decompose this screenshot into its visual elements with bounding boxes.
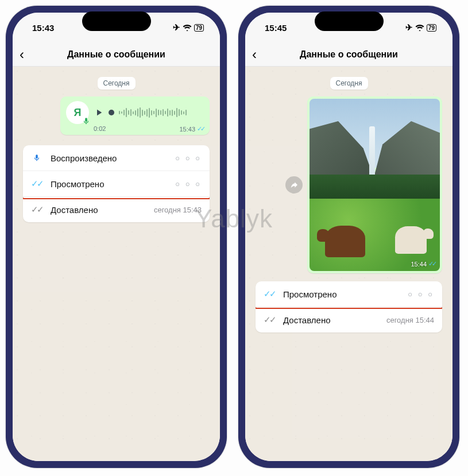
photo-content[interactable]: 15:44 ✓✓ [310, 99, 440, 271]
double-tick-blue-icon: ✓✓ [31, 179, 42, 189]
battery-icon: 79 [427, 24, 436, 32]
info-label: Воспроизведено [51, 153, 175, 163]
battery-icon: 79 [194, 24, 204, 32]
nav-header: ‹ Данные о сообщении [13, 42, 220, 67]
read-ticks-icon: ✓✓ [428, 260, 435, 268]
info-row-read[interactable]: ✓✓ Просмотрено ○ ○ ○ [23, 171, 210, 196]
info-label: Просмотрено [51, 179, 175, 189]
double-tick-blue-icon: ✓✓ [264, 289, 275, 299]
dynamic-island [315, 11, 384, 31]
mic-icon [82, 117, 90, 125]
info-label: Просмотрено [283, 289, 408, 299]
loading-dots-icon: ○ ○ ○ [408, 290, 434, 299]
back-button[interactable]: ‹ [252, 48, 257, 61]
delivered-time: сегодня 15:43 [154, 206, 202, 214]
screen-right: 15:45 ✈ 79 ‹ Данные о сообщении Сегодня [245, 13, 452, 461]
waveform-bars [119, 107, 187, 118]
message-info-panel: ✓✓ Просмотрено ○ ○ ○ ✓✓ Доставлено сегод… [256, 281, 442, 332]
date-separator: Сегодня [98, 77, 136, 90]
info-row-delivered[interactable]: ✓✓ Доставлено сегодня 15:43 [23, 196, 210, 222]
page-title: Данные о сообщении [13, 49, 220, 60]
avatar-letter: Я [74, 107, 82, 119]
status-time: 15:43 [32, 23, 54, 33]
wifi-icon [415, 24, 424, 31]
mic-icon [31, 153, 42, 163]
nav-header: ‹ Данные о сообщении [245, 42, 452, 67]
dynamic-island [82, 11, 151, 31]
info-row-played[interactable]: Воспроизведено ○ ○ ○ [23, 145, 210, 171]
info-label: Доставлено [51, 205, 154, 215]
airplane-icon: ✈ [173, 22, 180, 33]
loading-dots-icon: ○ ○ ○ [175, 180, 202, 188]
delivered-time: сегодня 15:44 [386, 316, 434, 324]
voice-duration: 0:02 [94, 125, 106, 133]
read-ticks-icon: ✓✓ [197, 125, 204, 133]
status-time: 15:45 [265, 23, 287, 33]
wifi-icon [183, 24, 192, 31]
info-row-delivered[interactable]: ✓✓ Доставлено сегодня 15:44 [256, 307, 442, 332]
double-tick-gray-icon: ✓✓ [264, 315, 275, 325]
loading-dots-icon: ○ ○ ○ [175, 154, 202, 162]
photo-message-bubble[interactable]: 15:44 ✓✓ [307, 96, 442, 273]
audio-scrubber-dot[interactable] [109, 110, 114, 115]
double-tick-gray-icon: ✓✓ [31, 204, 42, 215]
audio-waveform[interactable] [109, 106, 204, 119]
screen-left: 15:43 ✈ 79 ‹ Данные о сообщении Сегодня … [13, 13, 220, 461]
back-button[interactable]: ‹ [20, 48, 24, 61]
status-right: ✈ 79 [405, 22, 436, 33]
forward-button[interactable] [285, 176, 303, 194]
info-label: Доставлено [283, 315, 386, 325]
voice-message-bubble[interactable]: Я 0:02 15:43 ✓✓ [60, 96, 210, 135]
phone-frame-right: 15:45 ✈ 79 ‹ Данные о сообщении Сегодня [238, 6, 459, 468]
chat-area: Сегодня 15:44 ✓✓ [245, 67, 452, 461]
page-title: Данные о сообщении [245, 49, 452, 60]
airplane-icon: ✈ [405, 22, 413, 33]
date-separator: Сегодня [330, 77, 368, 90]
status-right: ✈ 79 [173, 22, 204, 33]
phone-frame-left: 15:43 ✈ 79 ‹ Данные о сообщении Сегодня … [6, 6, 227, 468]
sender-avatar: Я [66, 101, 89, 124]
message-info-panel: Воспроизведено ○ ○ ○ ✓✓ Просмотрено ○ ○ … [23, 145, 210, 222]
photo-timestamp: 15:44 [411, 261, 427, 268]
info-row-read[interactable]: ✓✓ Просмотрено ○ ○ ○ [256, 281, 442, 307]
voice-timestamp: 15:43 [179, 126, 195, 133]
chat-area: Сегодня Я 0:02 [13, 67, 220, 461]
play-button[interactable] [94, 107, 104, 118]
